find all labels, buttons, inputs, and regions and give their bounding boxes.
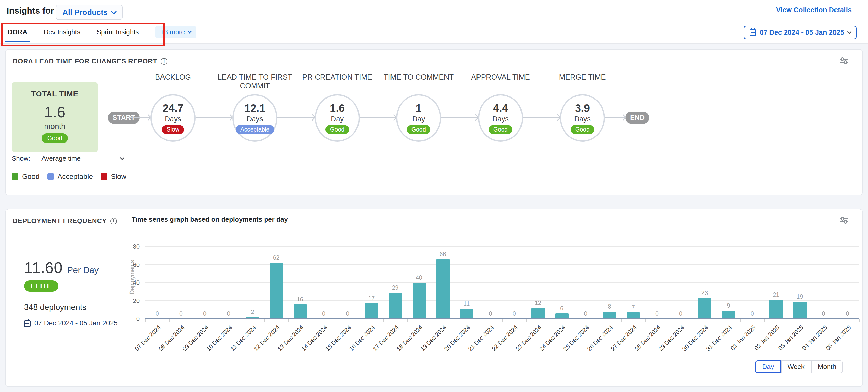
legend-item-good: Good	[12, 173, 40, 181]
bar-slot: 0	[574, 236, 597, 319]
x-axis-line	[145, 318, 859, 319]
stage-rating-badge: Good	[326, 125, 349, 134]
bar-slot: 9	[716, 236, 740, 319]
bar-value-label: 0	[584, 310, 587, 317]
bar-30-dec-2024[interactable]	[698, 298, 711, 319]
y-axis-tick: 60	[122, 261, 140, 268]
flow-arrow	[129, 117, 151, 118]
bar-slot: 21	[764, 236, 788, 319]
info-icon[interactable]: i	[161, 58, 167, 65]
tab-sprint-insights[interactable]: Sprint Insights	[97, 21, 139, 43]
stage-label: APPROVAL TIME	[460, 73, 541, 81]
stage-unit: Day	[331, 115, 344, 123]
bar-value-label: 0	[179, 310, 183, 317]
bar-24-dec-2024[interactable]	[555, 313, 568, 319]
stage-rating-badge: Good	[407, 125, 430, 134]
legend-item-acceptable: Acceptable	[47, 173, 93, 181]
deployment-count: 348 deployments	[24, 302, 87, 312]
granularity-month-button[interactable]: Month	[811, 360, 843, 373]
stage-circle-pr-creation-time[interactable]: 1.6DayGood	[315, 94, 360, 142]
stage-rating-badge: Good	[571, 125, 594, 134]
bar-13-dec-2024[interactable]	[293, 304, 307, 319]
calendar-icon	[24, 320, 31, 327]
bar-02-jan-2025[interactable]	[770, 300, 783, 319]
x-axis-tick	[193, 319, 193, 323]
bar-23-dec-2024[interactable]	[531, 308, 545, 319]
bar-19-dec-2024[interactable]	[436, 259, 450, 319]
bar-slot: 8	[597, 236, 621, 319]
bar-27-dec-2024[interactable]	[627, 312, 640, 319]
widget-settings-icon[interactable]	[840, 57, 848, 66]
tab-dora[interactable]: DORA	[8, 21, 27, 43]
bar-slot: 0	[312, 236, 336, 319]
chevron-down-icon	[111, 9, 117, 14]
x-axis-tick	[693, 319, 693, 323]
x-axis-tick	[716, 319, 717, 323]
x-axis-tick-label: 01 Jan 2025	[729, 324, 757, 352]
bar-20-dec-2024[interactable]	[460, 309, 473, 319]
bar-value-label: 0	[489, 310, 492, 317]
x-axis-tick	[645, 319, 646, 323]
rating-legend: GoodAcceptableSlow	[12, 173, 126, 181]
stage-circle-lead-time-to-first-commit[interactable]: 12.1DaysAcceptable	[232, 94, 277, 142]
bar-value-label: 0	[322, 310, 326, 317]
stage-circle-backlog[interactable]: 24.7DaysSlow	[151, 94, 195, 142]
bar-value-label: 23	[702, 290, 708, 297]
elite-badge: ELITE	[24, 280, 58, 292]
stage-unit: Days	[165, 115, 181, 123]
flow-arrow	[277, 117, 315, 118]
x-axis-tick-label: 03 Jan 2025	[777, 324, 805, 352]
bar-03-jan-2025[interactable]	[793, 302, 807, 319]
bar-slot: 29	[383, 236, 407, 319]
chevron-down-icon	[187, 29, 192, 33]
bar-value-label: 0	[513, 310, 516, 317]
stage-circle-approval-time[interactable]: 4.4DaysGood	[478, 94, 523, 142]
stage-circle-time-to-comment[interactable]: 1DayGood	[396, 94, 441, 142]
bar-17-dec-2024[interactable]	[389, 293, 402, 319]
stage-rating-badge: Acceptable	[236, 125, 274, 134]
bar-slot: 19	[788, 236, 812, 319]
deployment-rate-value: 11.60	[24, 259, 63, 277]
bar-16-dec-2024[interactable]	[365, 303, 378, 319]
total-time-unit: month	[44, 122, 65, 131]
x-axis-tick	[169, 319, 170, 323]
stage-value: 4.4	[493, 102, 508, 114]
granularity-week-button[interactable]: Week	[781, 360, 811, 373]
x-axis-tick	[597, 319, 598, 323]
info-icon[interactable]: i	[110, 218, 117, 224]
stage-value: 1	[415, 102, 422, 114]
deployment-date-range: 07 Dec 2024 - 05 Jan 2025	[24, 319, 118, 327]
bar-26-dec-2024[interactable]	[603, 312, 616, 319]
bar-value-label: 0	[750, 310, 754, 317]
x-axis-tick	[407, 319, 408, 323]
bar-value-label: 7	[631, 304, 635, 311]
insights-tab-bar: DORADev InsightsSprint Insights +3 more	[0, 21, 868, 44]
total-time-value: 1.6	[44, 103, 65, 121]
tab-dev-insights[interactable]: Dev Insights	[44, 21, 80, 43]
total-time-label: TOTAL TIME	[31, 90, 79, 98]
show-metric-select[interactable]: Average time	[41, 155, 124, 162]
stage-unit: Days	[247, 115, 263, 123]
bar-slot: 11	[455, 236, 478, 319]
view-collection-details-link[interactable]: View Collection Details	[776, 6, 851, 14]
bar-12-dec-2024[interactable]	[270, 263, 283, 319]
bar-slot: 0	[169, 236, 193, 319]
bar-18-dec-2024[interactable]	[412, 283, 426, 319]
bar-slot: 16	[288, 236, 312, 319]
bar-value-label: 9	[727, 302, 730, 309]
bar-slot: 0	[645, 236, 669, 319]
widget-settings-icon[interactable]	[840, 216, 848, 226]
x-axis-tick	[336, 319, 336, 323]
more-tabs-button[interactable]: +3 more	[155, 26, 196, 38]
granularity-day-button[interactable]: Day	[755, 360, 781, 373]
deployment-frequency-card: DEPLOYMENT FREQUENCY i 11.60 Per Day ELI…	[5, 209, 863, 387]
x-axis-tick	[836, 319, 836, 323]
product-selector-button[interactable]: All Products	[56, 5, 123, 20]
x-axis-tick	[478, 319, 479, 323]
bar-value-label: 0	[846, 310, 849, 317]
x-axis-tick	[550, 319, 551, 323]
x-axis-tick	[455, 319, 455, 323]
bar-31-dec-2024[interactable]	[722, 311, 735, 319]
date-range-picker[interactable]: 07 Dec 2024 - 05 Jan 2025	[744, 26, 857, 39]
stage-circle-merge-time[interactable]: 3.9DaysGood	[560, 94, 605, 142]
